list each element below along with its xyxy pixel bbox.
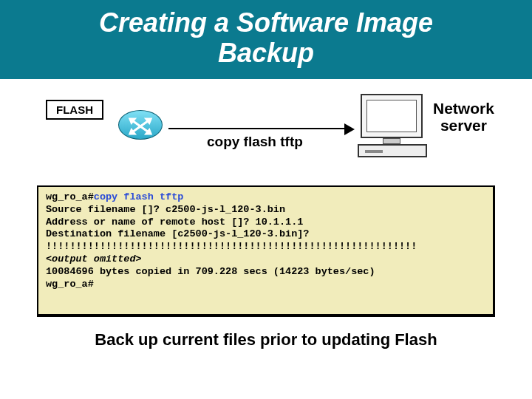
terminal-command: copy flash tftp xyxy=(94,191,184,202)
terminal-line-8: wg_ro_a# xyxy=(46,279,485,291)
terminal-line-6: <output omitted> xyxy=(46,253,485,266)
terminal-line-4: Destination filename [c2500-js-l_120-3.b… xyxy=(46,228,485,241)
server-icon xyxy=(358,94,432,162)
server-label: Network server xyxy=(433,100,494,134)
title-bar: Creating a Software Image Backup xyxy=(0,0,532,79)
cpu-box-icon xyxy=(358,144,427,157)
terminal-line-2: Source filename []? c2500-js-l_120-3.bin xyxy=(46,204,485,216)
terminal-line-5: !!!!!!!!!!!!!!!!!!!!!!!!!!!!!!!!!!!!!!!!… xyxy=(46,241,485,253)
slide-title: Creating a Software Image Backup xyxy=(0,7,532,69)
terminal-output: wg_ro_a#copy flash tftp Source filename … xyxy=(37,185,495,317)
title-line2: Backup xyxy=(218,38,314,68)
flash-label: FLASH xyxy=(46,100,103,120)
terminal-line-3: Address or name of remote host []? 10.1.… xyxy=(46,216,485,229)
arrow-caption: copy flash tftp xyxy=(207,134,303,150)
arrow-line-icon xyxy=(168,128,346,129)
footer-note: Back up current files prior to updating … xyxy=(0,330,532,349)
router-arrows-icon xyxy=(127,116,154,137)
arrow-head-icon xyxy=(344,123,355,135)
terminal-line-1: wg_ro_a#copy flash tftp xyxy=(46,191,485,204)
diagram: FLASH copy flash tftp Network server xyxy=(0,92,532,181)
title-line1: Creating a Software Image xyxy=(99,7,433,38)
terminal-prompt: wg_ro_a# xyxy=(46,191,94,202)
monitor-stand-icon xyxy=(383,138,400,144)
router-icon xyxy=(111,104,170,149)
terminal-line-7: 10084696 bytes copied in 709.228 secs (1… xyxy=(46,266,485,279)
server-label-line2: server xyxy=(440,117,487,134)
monitor-icon xyxy=(361,94,423,138)
server-label-line1: Network xyxy=(433,100,494,117)
